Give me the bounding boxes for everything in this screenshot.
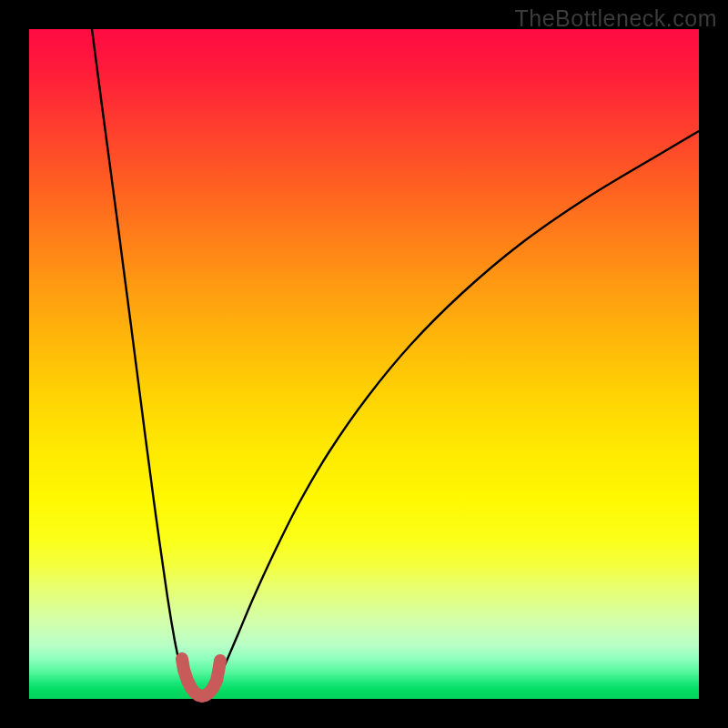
plot-area: [29, 29, 699, 699]
chart-frame: TheBottleneck.com: [0, 0, 728, 728]
curve-left-branch: [92, 29, 191, 692]
curve-layer: [29, 29, 699, 699]
watermark-text: TheBottleneck.com: [515, 5, 718, 32]
curve-right-branch: [211, 131, 699, 692]
valley-highlight: [182, 659, 220, 696]
